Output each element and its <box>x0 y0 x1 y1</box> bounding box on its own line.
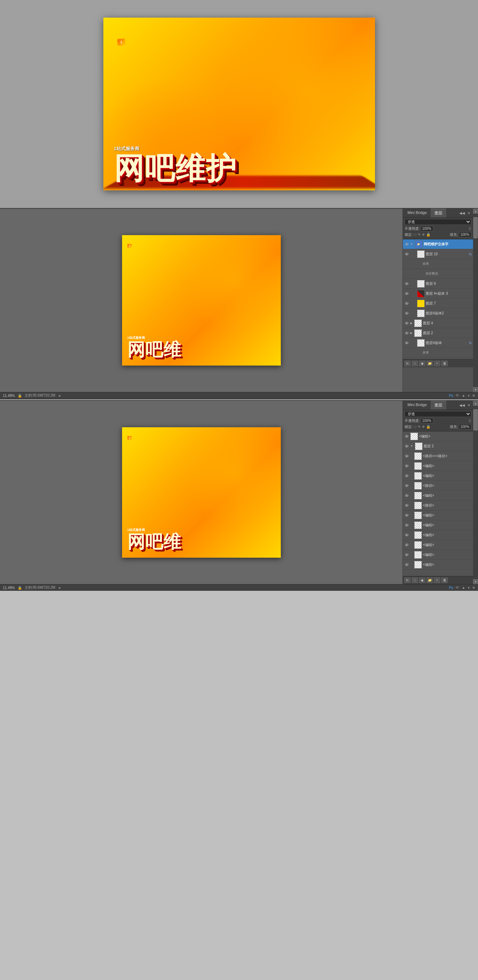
status-arrow-1[interactable]: ◀ <box>58 394 61 397</box>
new-layer-button-1[interactable]: + <box>434 361 440 366</box>
fill-input-1[interactable] <box>459 232 471 237</box>
layer-2-item-path2[interactable]: <路径> <box>403 481 473 491</box>
layer-eye-7[interactable] <box>404 301 409 306</box>
scroll-up-btn-1[interactable]: ▲ <box>473 209 478 214</box>
layer-2-eye-g6[interactable] <box>404 533 409 538</box>
delete-layer-button-2[interactable]: 🗑 <box>441 578 448 583</box>
layers-controls-2: 穿透 不透明度: ☰ 锁定: □ ✎ ✛ 🔒 <box>403 410 473 431</box>
layer-item-10[interactable]: 图层 10 fx <box>403 249 473 259</box>
panel-menu-icon-1[interactable]: ☰ <box>468 227 471 231</box>
layer-2-eye-l2[interactable] <box>404 444 409 449</box>
layer-item-effect1[interactable]: 效果 <box>403 259 473 269</box>
panel-collapse-icon-2[interactable]: ◀◀ <box>459 402 466 408</box>
status-arrow-2[interactable]: ◀ <box>58 586 61 589</box>
lock-icon-2-4[interactable]: 🔒 <box>426 425 430 429</box>
lock-icon-3[interactable]: ✛ <box>422 233 425 237</box>
scroll-down-btn-1[interactable]: ▼ <box>473 387 478 392</box>
layer-2-item-layer2[interactable]: ▼ 图层 2 <box>403 441 473 451</box>
blend-mode-select-2[interactable]: 穿透 <box>405 411 471 417</box>
layer-item-4copy[interactable]: 图层4副本 fx <box>403 338 473 348</box>
layer-name-4copy: 图层4副本 <box>426 340 467 345</box>
layer-eye-4c2[interactable] <box>404 311 409 316</box>
layer-eye-2[interactable] <box>404 252 409 257</box>
tab-mini-bridge-1[interactable]: Mini Bridge <box>403 209 431 218</box>
layer-2-item-g7[interactable]: <编组> <box>403 540 473 550</box>
layer-2-name-p1: <路径>+<路径> <box>423 454 472 459</box>
layer-thumb-1: 📁 <box>415 240 422 248</box>
panel-menu-icon-2[interactable]: ☰ <box>468 419 471 423</box>
layer-item-4copy3[interactable]: 图层 4+副本 3 <box>403 289 473 299</box>
lock-icon-2[interactable]: ✎ <box>417 233 421 237</box>
lock-icon-4[interactable]: 🔒 <box>426 233 430 237</box>
layer-2-item-g9[interactable]: <编组> <box>403 560 473 570</box>
layer-item-4group[interactable]: ▶ 图层 4 <box>403 318 473 328</box>
adjustment-button-1[interactable]: ◉ <box>419 361 425 366</box>
scroll-down-btn-2[interactable]: ▼ <box>473 579 478 584</box>
layer-eye-1[interactable] <box>404 242 409 247</box>
lock-icon-2-1[interactable]: □ <box>414 425 416 429</box>
layer-2-item-g1[interactable]: <编组> <box>403 461 473 471</box>
layer-2-name-g7: <编组> <box>423 542 472 547</box>
layer-eye-2g[interactable] <box>404 331 409 336</box>
fill-input-2[interactable] <box>459 424 471 430</box>
tab-layers-1[interactable]: 图层 <box>431 209 446 218</box>
new-layer-button-2[interactable]: + <box>434 578 440 583</box>
layer-item-9[interactable]: 图层 9 <box>403 279 473 289</box>
opacity-input-1[interactable] <box>421 226 433 231</box>
scroll-thumb-1[interactable] <box>473 217 478 238</box>
layer-2-eye-g8[interactable] <box>404 552 409 557</box>
layer-eye-4g[interactable] <box>404 321 409 326</box>
opacity-input-2[interactable] <box>421 418 433 423</box>
layer-2-item-g2[interactable]: <编组> <box>403 471 473 481</box>
delete-layer-button-1[interactable]: 🗑 <box>441 361 448 366</box>
layer-item-gradient[interactable]: 渐变叠加 <box>403 269 473 279</box>
mask-button-2[interactable]: □ <box>412 578 418 583</box>
panel-close-icon[interactable]: ✕ <box>467 210 471 216</box>
layer-2-item-g5[interactable]: <编组> <box>403 520 473 530</box>
tab-mini-bridge-2[interactable]: Mini Bridge <box>403 401 431 410</box>
layer-2-item-path3[interactable]: <路径> <box>403 501 473 511</box>
layer-thumb-2g <box>414 329 422 337</box>
layer-2-eye-g3[interactable] <box>404 493 409 498</box>
layer-item-group-main[interactable]: ▼ 📁 网吧维护立体字 <box>403 239 473 249</box>
fx-button-1[interactable]: fx <box>404 361 411 366</box>
layer-2-eye-g4[interactable] <box>404 513 409 518</box>
layer-2-eye-path3[interactable] <box>404 503 409 508</box>
layer-item-2group[interactable]: ▶ 图层 2 <box>403 328 473 338</box>
layer-2-eye-g2[interactable] <box>404 473 409 478</box>
layer-2-item-g6[interactable]: <编组> <box>403 530 473 540</box>
layer-2-eye-g9[interactable] <box>404 562 409 567</box>
adjustment-button-2[interactable]: ◉ <box>419 578 425 583</box>
blend-mode-select-1[interactable]: 穿透 <box>405 219 471 225</box>
layer-eye-4copy[interactable] <box>404 340 409 345</box>
layer-2-eye-g5[interactable] <box>404 523 409 528</box>
layer-2-item-g3[interactable]: <编组> <box>403 491 473 501</box>
layer-2-eye-p1[interactable] <box>404 454 409 459</box>
layer-2-item-g8[interactable]: <编组> <box>403 550 473 560</box>
tab-layers-2[interactable]: 图层 <box>431 401 446 410</box>
layer-item-4copy2[interactable]: 图层4副本2 <box>403 309 473 318</box>
fx-button-2[interactable]: fx <box>404 578 411 583</box>
layer-2-eye-0[interactable] <box>404 434 409 439</box>
layer-eye-4c3[interactable] <box>404 291 409 296</box>
layer-2-item-g4[interactable]: <编组> <box>403 511 473 520</box>
lock-icon-2-2[interactable]: ✎ <box>417 425 421 429</box>
layer-2-item-group0[interactable]: <编组> <box>403 431 473 441</box>
lock-icon-1[interactable]: □ <box>414 233 416 237</box>
lock-icon-2-3[interactable]: ✛ <box>422 425 425 429</box>
layer-item-7[interactable]: 图层 7 <box>403 299 473 309</box>
group-button-1[interactable]: 📁 <box>427 361 433 366</box>
taskbar-icon-vol: ♦ <box>468 394 470 397</box>
layer-2-item-path1[interactable]: <路径>+<路径> <box>403 451 473 461</box>
group-button-2[interactable]: 📁 <box>427 578 433 583</box>
layer-2-eye-g7[interactable] <box>404 542 409 547</box>
layer-2-eye-path2[interactable] <box>404 483 409 488</box>
layer-eye-9[interactable] <box>404 281 409 286</box>
panel-close-icon-2[interactable]: ✕ <box>467 402 471 408</box>
scroll-thumb-2[interactable] <box>473 409 478 430</box>
scroll-up-btn-2[interactable]: ▲ <box>473 401 478 406</box>
panel-collapse-icon[interactable]: ◀◀ <box>459 210 466 216</box>
layer-item-effect2[interactable]: 效果 <box>403 348 473 358</box>
mask-button-1[interactable]: □ <box>412 361 418 366</box>
layer-2-eye-g1[interactable] <box>404 464 409 468</box>
